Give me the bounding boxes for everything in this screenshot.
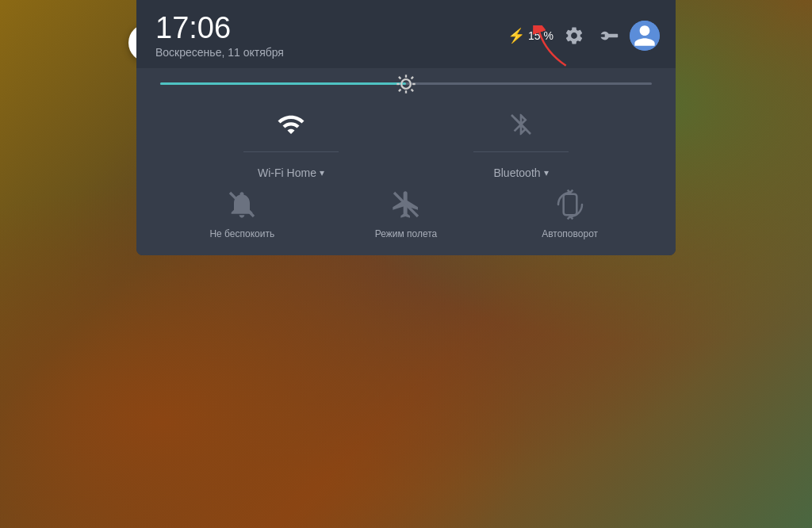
- svg-line-9: [412, 76, 413, 78]
- dnd-icon-area: [224, 187, 259, 222]
- notification-panel: 17:06 Воскресенье, 11 октября ⚡ 15 %: [136, 0, 676, 255]
- wifi-icon: [275, 110, 307, 139]
- quick-toggles: Wi-Fi Home ▾ Bluetooth ▾: [136, 99, 676, 255]
- time-display: 17:06: [155, 13, 284, 43]
- battery-section: ⚡ 15 %: [508, 27, 553, 44]
- brightness-slider-thumb[interactable]: [395, 73, 417, 95]
- svg-point-2: [401, 79, 411, 89]
- bluetooth-icon: [508, 110, 534, 139]
- toggles-row-1: Wi-Fi Home ▾ Bluetooth ▾: [152, 107, 660, 179]
- dnd-label: Не беспокоить: [209, 228, 274, 239]
- svg-line-8: [412, 89, 413, 90]
- wifi-toggle[interactable]: Wi-Fi Home ▾: [243, 107, 339, 179]
- settings-gear-icon: [564, 25, 584, 46]
- bluetooth-icon-area: [504, 107, 538, 142]
- autorotate-toggle[interactable]: Автоповорот: [530, 187, 610, 239]
- bluetooth-label-row: Bluetooth ▾: [493, 166, 548, 179]
- brightness-slider-track[interactable]: [160, 82, 652, 85]
- avatar-icon: [630, 21, 660, 51]
- airplane-icon: [390, 189, 422, 220]
- wifi-icon-area: [274, 107, 308, 142]
- wifi-divider: [243, 151, 339, 152]
- wifi-label: Wi-Fi Home: [258, 166, 316, 179]
- battery-icon: ⚡: [508, 27, 525, 44]
- svg-rect-14: [563, 194, 576, 216]
- header-icons: ⚡ 15 %: [508, 21, 660, 51]
- bluetooth-toggle[interactable]: Bluetooth ▾: [473, 107, 569, 179]
- user-avatar[interactable]: [630, 21, 660, 51]
- wrench-button[interactable]: [595, 21, 623, 50]
- autorotate-label: Автоповорот: [542, 228, 598, 239]
- autorotate-icon: [554, 189, 586, 220]
- svg-line-7: [399, 76, 400, 78]
- wrench-icon: [598, 25, 620, 47]
- date-display: Воскресенье, 11 октября: [155, 46, 284, 59]
- settings-button[interactable]: [560, 21, 588, 50]
- brightness-slider-fill: [160, 82, 406, 85]
- bluetooth-label: Bluetooth: [493, 166, 540, 179]
- wifi-chevron-icon: ▾: [320, 167, 324, 178]
- airplane-label: Режим полета: [375, 228, 438, 239]
- airplane-icon-area: [389, 187, 423, 222]
- svg-line-10: [399, 89, 400, 90]
- wifi-label-row: Wi-Fi Home ▾: [258, 166, 324, 179]
- dnd-toggle[interactable]: Не беспокоить: [202, 187, 282, 239]
- quick-actions-row: Не беспокоить Режим полета: [152, 187, 660, 239]
- dnd-icon: [226, 189, 258, 220]
- airplane-toggle[interactable]: Режим полета: [366, 187, 446, 239]
- battery-percentage: 15 %: [528, 29, 553, 42]
- brightness-section[interactable]: [136, 68, 676, 99]
- panel-header: 17:06 Воскресенье, 11 октября ⚡ 15 %: [136, 0, 676, 68]
- autorotate-icon-area: [553, 187, 588, 222]
- bluetooth-chevron-icon: ▾: [544, 167, 549, 178]
- time-section: 17:06 Воскресенье, 11 октября: [155, 13, 284, 59]
- bluetooth-divider: [473, 151, 569, 152]
